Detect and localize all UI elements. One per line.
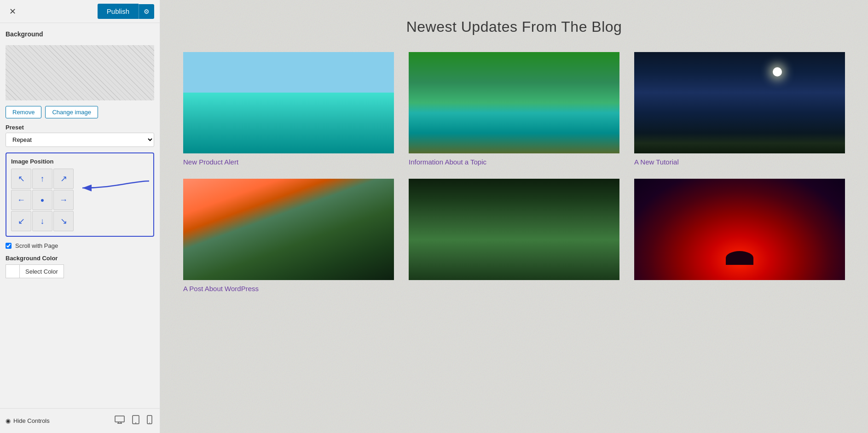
hide-controls-button[interactable]: ◉ Hide Controls [6, 417, 50, 424]
arrow-annotation [78, 176, 151, 199]
post-image [409, 52, 619, 153]
post-title-link[interactable]: Information About a Topic [409, 158, 619, 166]
post-image [409, 179, 619, 280]
position-bottom-right[interactable]: ↘ [53, 211, 74, 231]
background-color-label: Background Color [6, 255, 154, 262]
position-top-center[interactable]: ↑ [32, 169, 52, 189]
color-picker-row: Select Color [6, 264, 154, 278]
scroll-with-page-label[interactable]: Scroll with Page [15, 242, 58, 249]
post-image [183, 52, 394, 153]
close-button[interactable]: ✕ [6, 5, 20, 18]
hide-controls-icon: ◉ [6, 417, 11, 424]
preset-label: Preset [6, 124, 154, 131]
main-content: Newest Updates From The Blog New Product… [160, 0, 868, 433]
publish-button[interactable]: Publish [98, 4, 139, 19]
position-middle-left[interactable]: ← [11, 190, 31, 210]
post-image [634, 52, 845, 153]
image-position-label: Image Position [11, 158, 149, 165]
post-card: A Post About WordPress [183, 179, 394, 293]
preset-section: Preset Repeat Cover Contain No Repeat [6, 124, 154, 147]
background-preview [6, 45, 154, 100]
svg-point-6 [135, 422, 136, 423]
position-center[interactable]: ● [32, 190, 52, 210]
mobile-view-button[interactable] [145, 413, 154, 428]
scroll-with-page-row: Scroll with Page [6, 242, 154, 249]
top-bar: ✕ Publish ⚙ [0, 0, 160, 23]
preset-select[interactable]: Repeat Cover Contain No Repeat [6, 133, 154, 147]
position-top-right[interactable]: ↗ [53, 169, 74, 189]
change-image-button[interactable]: Change image [45, 106, 98, 118]
position-grid: ↖ ↑ ↗ ← ● → ↙ ↓ ↘ [11, 169, 74, 231]
settings-button[interactable]: ⚙ [139, 4, 154, 19]
color-swatch[interactable] [6, 264, 19, 278]
post-card [409, 179, 619, 293]
scroll-with-page-checkbox[interactable] [6, 243, 12, 249]
svg-rect-1 [115, 416, 124, 422]
post-title-link[interactable]: A Post About WordPress [183, 285, 394, 293]
tablet-view-button[interactable] [130, 413, 141, 428]
panel-title: Background [6, 29, 154, 40]
post-card: Information About a Topic [409, 52, 619, 166]
post-image [634, 179, 845, 280]
post-card [634, 179, 845, 293]
view-icons [113, 413, 154, 428]
bottom-bar: ◉ Hide Controls [0, 408, 160, 433]
desktop-view-button[interactable] [113, 413, 127, 428]
hide-controls-label: Hide Controls [13, 417, 50, 424]
blog-section-title: Newest Updates From The Blog [183, 18, 845, 35]
posts-grid: New Product Alert Information About a To… [183, 52, 845, 293]
select-color-button[interactable]: Select Color [19, 264, 64, 278]
position-bottom-left[interactable]: ↙ [11, 211, 31, 231]
svg-point-8 [149, 422, 150, 423]
image-buttons-row: Remove Change image [6, 106, 154, 118]
post-title-link[interactable]: New Product Alert [183, 158, 394, 166]
position-middle-right[interactable]: → [53, 190, 74, 210]
publish-section: Publish ⚙ [98, 4, 154, 19]
background-color-section: Background Color Select Color [6, 255, 154, 278]
remove-button[interactable]: Remove [6, 106, 41, 118]
post-card: A New Tutorial [634, 52, 845, 166]
position-bottom-center[interactable]: ↓ [32, 211, 52, 231]
post-title-link[interactable]: A New Tutorial [634, 158, 845, 166]
panel-content: Background Remove Change image Preset Re… [0, 23, 160, 408]
position-top-left[interactable]: ↖ [11, 169, 31, 189]
left-panel: ✕ Publish ⚙ Background Remove Change ima… [0, 0, 160, 433]
image-position-section: Image Position ↖ ↑ ↗ ← ● → ↙ ↓ ↘ [6, 152, 154, 237]
post-card: New Product Alert [183, 52, 394, 166]
post-image [183, 179, 394, 280]
